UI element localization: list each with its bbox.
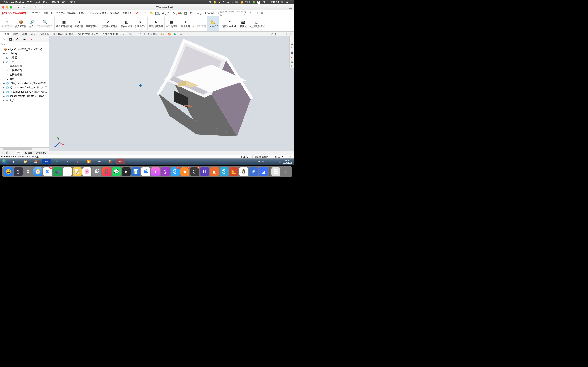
doc-close-icon[interactable]: ✕ (288, 32, 293, 36)
tree-box-cover[interactable]: ▶🧊(-) box-cover<1> (默认<<默认>_显 (0, 85, 49, 90)
tab-render-tools[interactable]: 渲染工具 (38, 32, 51, 36)
tb-explorer-icon[interactable]: 🗀 (10, 159, 19, 164)
tb-help-icon[interactable]: ? (266, 161, 267, 163)
doc-prev-icon[interactable]: ◁ (270, 32, 274, 36)
vm-next-button[interactable]: › (39, 6, 43, 9)
fm-tab-tree[interactable]: 🗂 (0, 36, 7, 42)
sw-menu-edit[interactable]: 编辑(E)▾ (43, 10, 54, 16)
sw-menu-window[interactable]: 窗口(W)▾ (109, 10, 121, 16)
ime-indicator[interactable]: A (258, 1, 260, 4)
tb-tray-arrow-icon[interactable]: ▴ (269, 161, 270, 163)
notification-center-icon[interactable]: ☰ (290, 1, 292, 4)
sw-menu-help[interactable]: 帮助(H)▾ (121, 10, 134, 16)
fm-tab-render[interactable]: ● (28, 36, 35, 42)
tree-mates[interactable]: ▶⋈配合 (0, 98, 49, 103)
umbrella-icon[interactable]: ☂ (223, 1, 225, 4)
vtab-3dview[interactable]: 3D 视图 (23, 151, 34, 154)
tree-box-body[interactable]: ▶🧊(固定) box-body<1> (默认<<默认> (0, 81, 49, 85)
dock-facetime-icon[interactable]: 📹 (53, 167, 62, 176)
view-orientation-icon[interactable]: ⬚▾ (148, 32, 152, 36)
tb-network-icon[interactable]: 🖧 (275, 161, 277, 163)
bluetooth-icon[interactable]: ⌁ (231, 1, 233, 4)
dock-unity-icon[interactable]: ⬡3 (190, 167, 199, 176)
spotlight-icon[interactable]: 🔍 (281, 1, 284, 4)
tb-lang[interactable]: CH (257, 161, 260, 163)
ribbon-exploded-view[interactable]: ✴爆炸视图 (180, 16, 191, 31)
bell-icon[interactable]: 🔔 (213, 1, 216, 4)
options-list-icon[interactable]: ▤ (183, 11, 188, 16)
apply-scene-icon[interactable]: 🖼▾ (172, 32, 176, 36)
mac-menu-view[interactable]: 显示 (43, 0, 48, 4)
ribbon-bom[interactable]: ▤材料明细表 (165, 16, 179, 31)
open-doc-icon[interactable]: 📂▾ (149, 11, 154, 16)
view-triad[interactable]: x y z (53, 136, 66, 149)
sw-menu-tools[interactable]: 工具(T)▾ (77, 10, 89, 16)
tb-foxit-icon[interactable]: ◧ (73, 159, 83, 164)
tree-copper-radiator[interactable]: ▶🧊copper-radiator<1> (默认<<默认> (0, 94, 49, 98)
dock-qq-icon[interactable]: 🐧 (239, 167, 248, 176)
wifi-icon[interactable]: 📶 (240, 1, 243, 4)
ribbon-smart-fasteners[interactable]: ⚙智能扣件 (73, 16, 85, 31)
dock-vmware-icon[interactable]: ▣ (210, 167, 219, 176)
siri-icon[interactable]: ◉ (286, 1, 288, 4)
ribbon-assembly-features[interactable]: ◧装配体特征 (120, 16, 133, 31)
fm-collapse-icon[interactable]: › (42, 36, 49, 42)
sw-menu-view[interactable]: 视图(V)▾ (54, 10, 66, 16)
vtab-last-icon[interactable]: ⏭ (11, 151, 15, 154)
sw-restore-icon[interactable]: ❐ (258, 12, 260, 15)
tab-comsol[interactable]: COMSOL Multiphysics (101, 32, 128, 36)
edit-appearance-icon[interactable]: 🎨 (167, 32, 172, 36)
tree-history[interactable]: ▶🗀History (0, 51, 49, 55)
sw-close-icon[interactable]: ✕ (261, 12, 263, 15)
hide-show-icon[interactable]: ◐▾ (160, 32, 164, 36)
dock-settings-icon[interactable]: ⚙ (24, 167, 33, 176)
dock-appstore-icon[interactable]: Ⓐ82 (171, 167, 180, 176)
doc-max-icon[interactable]: ❐ (284, 32, 288, 36)
ribbon-reference-geometry[interactable]: ◈参考几何体 (133, 16, 147, 31)
cloud-icon[interactable]: ☁ (227, 1, 229, 4)
dock-numbers-icon[interactable]: 📊 (131, 167, 140, 176)
tb-isis-icon[interactable]: ISIS (42, 159, 51, 164)
dock-preview-icon[interactable]: 🖼 (92, 167, 101, 176)
tb-flag-icon[interactable]: 🏳 (272, 161, 274, 163)
tree-top-plane[interactable]: ▱上视基准面 (0, 68, 49, 73)
sw-menu-photoview[interactable]: PhotoView 360▾ (89, 10, 109, 16)
taskpane-view-palette-icon[interactable]: 🖼 (290, 51, 294, 54)
rebuild-icon[interactable] (177, 11, 182, 16)
status-custom[interactable]: 自定义 ▾ (273, 155, 285, 158)
tree-hscrollbar[interactable] (0, 147, 49, 151)
sw-help-icon[interactable]: ?▾ (250, 12, 252, 15)
vm-settings-button[interactable]: 🔧 (33, 6, 38, 9)
pin-icon[interactable]: 📌 (135, 12, 139, 15)
tree-semiconductor[interactable]: ▶🧊(-) semiconductor<1> (默认<<默认 (0, 90, 49, 94)
vtab-next-icon[interactable]: ▶ (8, 151, 11, 154)
vm-snapshot-button[interactable]: ⎚ (22, 6, 26, 9)
dock-d-icon[interactable]: D (200, 167, 209, 176)
vtab-first-icon[interactable]: ⏮ (0, 151, 4, 154)
ribbon-new-motion-study[interactable]: ▶新建运动算例 (148, 16, 164, 31)
mac-menu-window[interactable]: 窗口 (62, 0, 67, 4)
battery-icon[interactable]: 🔋 (252, 1, 255, 4)
tree-right-plane[interactable]: ▱右视基准面 (0, 73, 49, 77)
fm-tab-config[interactable]: ⚙ (14, 36, 21, 42)
dock-calendar-icon[interactable]: 12月 (63, 167, 72, 176)
dock-downloads-icon[interactable]: 📄 (271, 167, 280, 176)
taskpane-forum-icon[interactable]: ⛭ (290, 64, 294, 68)
ribbon-mate[interactable]: 🔗配合 (27, 16, 36, 31)
new-doc-icon[interactable]: 🗋▾ (143, 11, 148, 16)
ribbon-move-component[interactable]: ↔移动零部件 (85, 16, 98, 31)
status-refresh-icon[interactable]: ⟳ (288, 155, 293, 158)
mac-menu-edit[interactable]: 编辑 (35, 0, 40, 4)
zoom-fit-icon[interactable]: 🔍 (129, 32, 133, 36)
dock-m-icon[interactable]: Ⓜ (220, 167, 229, 176)
tb-send-icon[interactable]: ✈ (95, 159, 104, 164)
battery-percent[interactable]: 21% (245, 1, 250, 4)
tab-sw-mbd[interactable]: SOLIDWORKS MBD (76, 32, 101, 36)
select-icon[interactable]: ↖▾ (172, 11, 177, 16)
tb-clock[interactable]: 12:53 2019/12/8 (283, 159, 293, 164)
zoom-area-icon[interactable]: ⌕ (134, 32, 138, 36)
fm-tab-property[interactable]: ▤ (7, 36, 14, 42)
dock-trash-icon[interactable]: 🗑 (281, 167, 290, 176)
close-button[interactable] (2, 6, 4, 8)
tab-sw-addins[interactable]: SOLIDWORKS 插件 (51, 32, 76, 36)
